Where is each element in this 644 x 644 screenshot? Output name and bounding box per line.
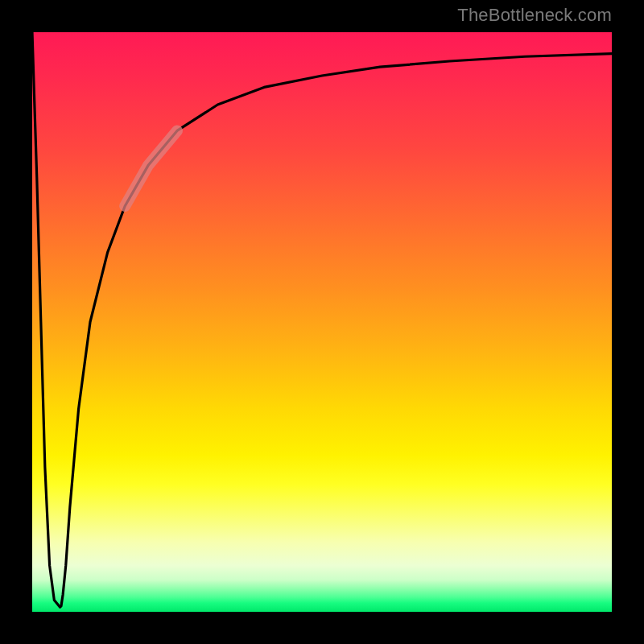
chart-frame: TheBottleneck.com [0, 0, 644, 644]
curve-svg [32, 32, 612, 612]
highlight-segment [125, 130, 177, 206]
plot-area [32, 32, 612, 612]
bottleneck-curve [32, 32, 612, 607]
watermark-text: TheBottleneck.com [457, 5, 612, 26]
